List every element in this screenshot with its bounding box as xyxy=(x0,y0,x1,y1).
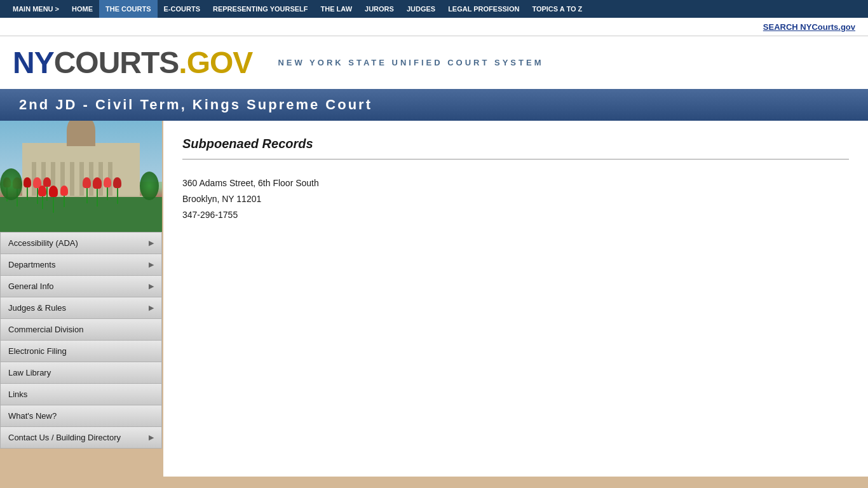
nav-item-home[interactable]: HOME xyxy=(65,0,99,18)
court-image xyxy=(0,121,162,232)
sidebar-item-2[interactable]: General Info▶ xyxy=(0,275,162,297)
chevron-right-icon: ▶ xyxy=(149,239,154,247)
nav-item-main-menu--[interactable]: MAIN MENU > xyxy=(6,0,65,18)
sidebar-item-label: Judges & Rules xyxy=(8,303,66,313)
sidebar-item-3[interactable]: Judges & Rules▶ xyxy=(0,297,162,318)
sidebar-item-0[interactable]: Accessibility (ADA)▶ xyxy=(0,232,162,254)
sidebar-item-9[interactable]: Contact Us / Building Directory▶ xyxy=(0,426,162,449)
nav-item-jurors[interactable]: JURORS xyxy=(358,0,400,18)
sidebar-item-label: Departments xyxy=(8,260,55,269)
address-line2: Brooklyn, NY 11201 xyxy=(182,191,849,207)
nav-item-legal-profession[interactable]: LEGAL PROFESSION xyxy=(442,0,526,18)
logo-ny: NY xyxy=(13,46,54,79)
chevron-right-icon: ▶ xyxy=(149,261,154,269)
sidebar-item-label: Accessibility (ADA) xyxy=(8,238,78,248)
nav-item-e-courts[interactable]: E-COURTS xyxy=(158,0,207,18)
nav-item-topics-a-to-z[interactable]: TOPICS A TO Z xyxy=(526,0,588,18)
site-logo[interactable]: NYCOURTS.GOV xyxy=(13,45,252,80)
sidebar-item-8[interactable]: What's New? xyxy=(0,405,162,426)
chevron-right-icon: ▶ xyxy=(149,282,154,290)
sidebar-item-7[interactable]: Links xyxy=(0,383,162,405)
address-phone: 347-296-1755 xyxy=(182,207,849,223)
top-navigation: MAIN MENU >HOMETHE COURTSE-COURTSREPRESE… xyxy=(0,0,868,18)
address-line1: 360 Adams Street, 6th Floor South xyxy=(182,175,849,191)
address-block: 360 Adams Street, 6th Floor South Brookl… xyxy=(182,175,849,224)
sidebar-item-label: Links xyxy=(8,390,27,399)
court-title-bar: 2nd JD - Civil Term, Kings Supreme Court xyxy=(0,89,868,121)
sidebar-item-4[interactable]: Commercial Division xyxy=(0,318,162,340)
search-bar: SEARCH NYCourts.gov xyxy=(0,18,868,36)
title-divider xyxy=(182,159,849,159)
logo-tagline: NEW YORK STATE UNIFIED COURT SYSTEM xyxy=(278,58,543,67)
sidebar-item-label: Commercial Division xyxy=(8,325,83,334)
search-link[interactable]: SEARCH NYCourts.gov xyxy=(763,22,855,32)
sidebar-item-label: Electronic Filing xyxy=(8,346,67,356)
logo-courts: COURTS xyxy=(54,46,179,79)
main-content: Accessibility (ADA)▶Departments▶General … xyxy=(0,121,868,477)
page-title: Subpoenaed Records xyxy=(182,137,849,151)
sidebar-item-label: Law Library xyxy=(8,368,51,377)
sidebar-item-label: General Info xyxy=(8,281,54,291)
chevron-right-icon: ▶ xyxy=(149,304,154,312)
chevron-right-icon: ▶ xyxy=(149,433,154,442)
nav-item-the-courts[interactable]: THE COURTS xyxy=(99,0,158,18)
logo-area: NYCOURTS.GOV NEW YORK STATE UNIFIED COUR… xyxy=(0,36,868,89)
sidebar-menu: Accessibility (ADA)▶Departments▶General … xyxy=(0,232,162,449)
logo-gov: .GOV xyxy=(179,46,252,79)
sidebar-item-label: What's New? xyxy=(8,411,57,421)
nav-item-judges[interactable]: JUDGES xyxy=(400,0,442,18)
court-title: 2nd JD - Civil Term, Kings Supreme Court xyxy=(19,97,372,112)
nav-item-representing-yourself[interactable]: REPRESENTING YOURSELF xyxy=(207,0,315,18)
sidebar-item-6[interactable]: Law Library xyxy=(0,362,162,383)
sidebar-item-1[interactable]: Departments▶ xyxy=(0,254,162,275)
sidebar-item-label: Contact Us / Building Directory xyxy=(8,433,121,442)
nav-item-the-law[interactable]: THE LAW xyxy=(315,0,359,18)
content-area: Subpoenaed Records 360 Adams Street, 6th… xyxy=(163,121,868,477)
sidebar: Accessibility (ADA)▶Departments▶General … xyxy=(0,121,162,477)
sidebar-item-5[interactable]: Electronic Filing xyxy=(0,340,162,362)
